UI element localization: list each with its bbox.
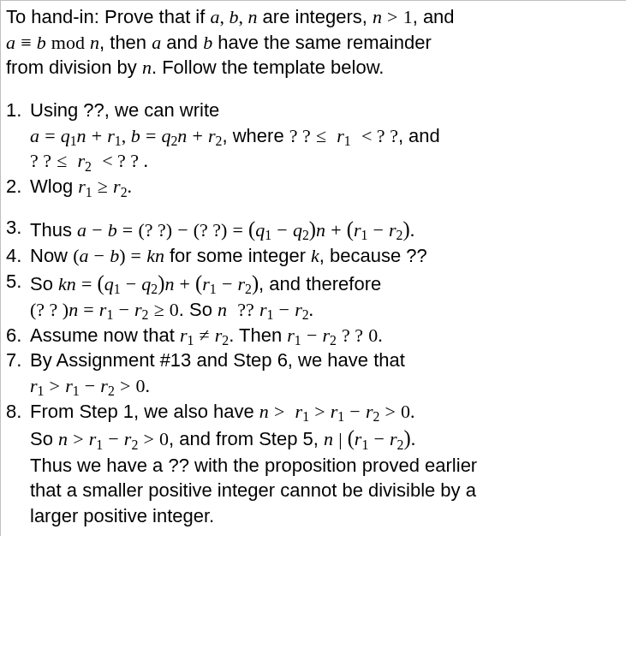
text: So — [30, 273, 58, 294]
text: Using ??, we can write — [30, 99, 219, 121]
step-number: 1. — [6, 98, 30, 174]
step-7: 7. By Assignment #13 and Step 6, we have… — [4, 348, 626, 398]
text: So — [30, 428, 58, 449]
text: , and therefore — [259, 273, 381, 294]
step-number: 8. — [6, 399, 30, 529]
text: To hand-in: Prove that if — [6, 6, 210, 27]
text: and — [161, 32, 203, 53]
text: larger positive integer. — [30, 505, 214, 526]
text: , where — [223, 125, 289, 146]
text: have the same remainder — [212, 32, 432, 53]
proof-template-document: To hand-in: Prove that if a, b, n are in… — [0, 0, 626, 536]
text: Wlog — [30, 175, 78, 197]
text: , then — [99, 32, 152, 53]
text: From Step 1, we also have — [30, 401, 259, 422]
text: Assume now that — [30, 324, 180, 346]
text: Thus — [30, 219, 77, 241]
step-number: 2. — [6, 174, 30, 199]
step-number: 5. — [6, 269, 30, 323]
text: from division by — [6, 56, 142, 78]
text: Thus we have a ?? with the proposition p… — [30, 455, 477, 476]
step-number: 3. — [6, 215, 30, 243]
text: , and — [413, 6, 455, 27]
intro-paragraph-l3: from division by n. Follow the template … — [4, 55, 626, 80]
step-5: 5. So kn = (q1 − q2)n + (r1 − r2), and t… — [4, 269, 626, 323]
text: By Assignment #13 and Step 6, we have th… — [30, 349, 405, 371]
text: . So — [179, 299, 218, 320]
step-2: 2. Wlog r1 ≥ r2. — [4, 174, 626, 199]
step-8: 8. From Step 1, we also have n > r1 > r1… — [4, 399, 626, 529]
step-number: 4. — [6, 243, 30, 269]
step-3: 3. Thus a − b = (? ?) − (? ?) = (q1 − q2… — [4, 215, 626, 243]
step-6: 6. Assume now that r1 ≠ r2. Then r1 − r2… — [4, 323, 626, 348]
step-number: 6. — [6, 323, 30, 348]
text: for some integer — [164, 245, 311, 266]
text: . Then — [229, 324, 287, 346]
text: , and from Step 5, — [169, 428, 324, 449]
intro-paragraph-l2: a ≡ b mod n, then a and b have the same … — [4, 30, 626, 56]
text: that a smaller positive integer cannot b… — [30, 479, 476, 501]
text: , because ?? — [319, 245, 427, 266]
text: are integers, — [257, 6, 373, 27]
step-1: 1. Using ??, we can write a = q1n + r1, … — [4, 98, 626, 174]
step-4: 4. Now (a − b) = kn for some integer k, … — [4, 243, 626, 269]
text: Now — [30, 245, 73, 266]
text: , and — [398, 125, 440, 146]
text: . Follow the template below. — [152, 56, 384, 78]
intro-paragraph: To hand-in: Prove that if a, b, n are in… — [4, 4, 626, 30]
step-number: 7. — [6, 348, 30, 398]
